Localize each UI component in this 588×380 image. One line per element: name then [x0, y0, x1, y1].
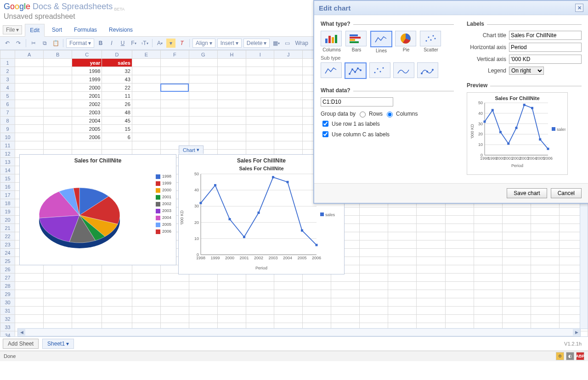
svg-text:40: 40	[194, 188, 199, 193]
status-text: Done	[4, 353, 16, 359]
italic-icon[interactable]: I	[107, 39, 116, 48]
svg-rect-26	[229, 218, 231, 220]
svg-text:Sales For ChillNite: Sales For ChillNite	[239, 166, 283, 171]
svg-point-56	[360, 69, 362, 71]
tab-sort[interactable]: Sort	[47, 24, 67, 36]
abp-icon[interactable]: ABP	[576, 352, 584, 360]
svg-text:2000: 2000	[225, 256, 234, 260]
chart-tab[interactable]: Chart▾	[179, 145, 204, 154]
font-size-icon[interactable]: тT▾	[140, 39, 149, 48]
svg-rect-31	[301, 229, 303, 232]
underline-icon[interactable]: U	[118, 39, 127, 48]
text-color-icon[interactable]: A▾	[155, 39, 164, 48]
subtype-line-4[interactable]	[393, 62, 414, 78]
add-sheet-button[interactable]: Add Sheet	[3, 339, 39, 349]
subtype-line-3[interactable]	[369, 62, 390, 78]
chevron-down-icon: ▾	[264, 40, 266, 46]
svg-point-52	[349, 73, 351, 75]
svg-rect-93	[531, 107, 533, 109]
cut-icon[interactable]: ✂	[29, 39, 38, 48]
what-type-heading: What type?	[321, 21, 454, 27]
wrap-toggle[interactable]: Wrap	[294, 40, 308, 46]
subtype-line-2[interactable]	[345, 62, 367, 79]
chart-title-input[interactable]	[509, 31, 582, 40]
subtype-line-1[interactable]	[321, 62, 342, 78]
insert-menu[interactable]: Insert▾	[217, 39, 242, 48]
group-by-columns-radio[interactable]	[387, 112, 393, 117]
close-icon[interactable]: ✕	[575, 4, 583, 12]
svg-point-49	[430, 39, 432, 41]
svg-text:sales: sales	[325, 212, 335, 217]
group-by-rows-radio[interactable]	[360, 112, 366, 117]
svg-rect-43	[350, 37, 361, 39]
svg-rect-99	[552, 127, 555, 131]
svg-text:2002: 2002	[254, 256, 263, 260]
merge-icon[interactable]: ▭	[283, 39, 292, 48]
fill-color-icon[interactable]: ▾	[166, 39, 175, 48]
scroll-right-icon[interactable]: ▶	[573, 329, 580, 335]
file-menu[interactable]: File▾	[3, 25, 22, 34]
chart-type-lines[interactable]: Lines	[370, 31, 392, 53]
borders-icon[interactable]: ▦▾	[271, 39, 281, 48]
svg-text:50: 50	[478, 101, 483, 105]
tab-formulas[interactable]: Formulas	[69, 24, 102, 36]
tab-revisions[interactable]: Revisions	[104, 24, 137, 36]
subtype-line-5[interactable]	[417, 62, 438, 78]
horizontal-axis-input[interactable]	[509, 43, 582, 52]
svg-rect-94	[539, 138, 541, 140]
use-row1-checkbox[interactable]	[322, 121, 328, 127]
scroll-left-icon[interactable]: ◀	[18, 329, 25, 335]
status-icon-2[interactable]: ◐	[566, 352, 574, 360]
svg-rect-45	[350, 41, 359, 43]
svg-text:Period: Period	[255, 266, 267, 270]
pie-chart-legend: 199819992000200120022003200420052006	[156, 173, 171, 235]
chart-pie[interactable]: Sales for ChillNite 19981999200020012002…	[19, 154, 176, 265]
dialog-titlebar[interactable]: Edit chart ✕	[314, 1, 588, 15]
svg-rect-24	[200, 202, 202, 204]
cancel-button[interactable]: Cancel	[551, 188, 582, 198]
what-data-heading: What data?	[321, 87, 454, 94]
redo-icon[interactable]: ↷	[14, 39, 23, 48]
svg-text:Period: Period	[511, 163, 523, 168]
bold-icon[interactable]: B	[96, 39, 105, 48]
copy-icon[interactable]: ⧉	[40, 39, 49, 48]
statusbar: Done ⚙ ◐ ABP	[0, 351, 588, 361]
use-colc-checkbox[interactable]	[322, 131, 328, 137]
pie-chart-title: Sales for ChillNite	[20, 155, 176, 165]
svg-rect-40	[332, 37, 334, 43]
svg-text:2006: 2006	[312, 256, 321, 260]
svg-rect-36	[320, 212, 324, 216]
chart-type-scatter[interactable]: Scatter	[420, 31, 442, 53]
svg-rect-90	[507, 142, 509, 145]
save-chart-button[interactable]: Save chart	[507, 188, 547, 198]
preview-box: 0102030405019981999200020012002200320042…	[467, 92, 568, 175]
tab-edit[interactable]: Edit	[25, 24, 45, 37]
horizontal-scrollbar[interactable]: ◀ ▶	[17, 328, 581, 336]
edit-chart-dialog: Edit chart ✕ What type? Columns Bars Lin…	[313, 0, 588, 204]
sheet-footer: Add Sheet Sheet1▾ V1.2.1h	[0, 336, 588, 351]
chevron-down-icon: ▾	[16, 27, 19, 33]
align-menu[interactable]: Align▾	[192, 39, 215, 48]
clear-format-icon[interactable]: T	[177, 39, 187, 48]
chart-type-bars[interactable]: Bars	[345, 31, 368, 53]
sheet-tab-1[interactable]: Sheet1▾	[42, 339, 74, 349]
paste-icon[interactable]: 📋	[51, 39, 60, 48]
font-icon[interactable]: F▾	[129, 39, 138, 48]
svg-text:'000 KD: '000 KD	[180, 210, 184, 225]
chart-type-columns[interactable]: Columns	[321, 31, 343, 53]
vertical-axis-input[interactable]	[509, 55, 582, 64]
labels-heading: Labels	[467, 21, 582, 27]
chart-type-pie[interactable]: Pie	[395, 31, 417, 53]
svg-rect-32	[316, 244, 318, 246]
dialog-button-row: Save chart Cancel	[314, 183, 588, 203]
delete-menu[interactable]: Delete▾	[243, 39, 270, 48]
undo-icon[interactable]: ↶	[3, 39, 12, 48]
svg-text:50: 50	[194, 172, 199, 176]
status-icon-1[interactable]: ⚙	[556, 352, 564, 360]
legend-select[interactable]: On right	[509, 67, 544, 75]
data-range-input[interactable]	[321, 97, 393, 106]
svg-rect-41	[335, 35, 337, 43]
format-menu[interactable]: Format▾	[66, 39, 94, 48]
svg-point-50	[433, 35, 434, 37]
sub-type-label: Sub type	[321, 55, 454, 61]
